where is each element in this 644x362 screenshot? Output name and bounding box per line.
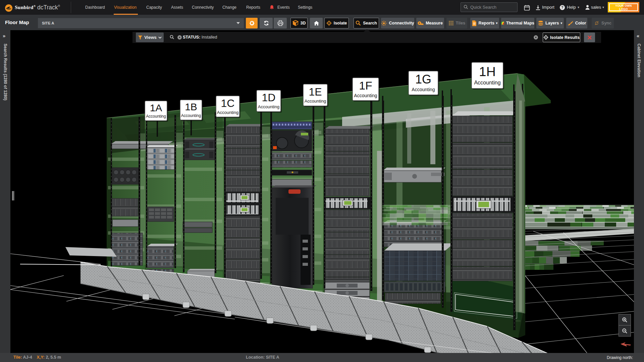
- svg-text:1H: 1H: [479, 64, 496, 79]
- svg-text:1B: 1B: [185, 101, 197, 112]
- svg-text:Accounting: Accounting: [258, 104, 279, 109]
- svg-text:1E: 1E: [309, 86, 322, 98]
- svg-text:Accounting: Accounting: [474, 80, 500, 85]
- svg-text:Accounting: Accounting: [146, 114, 166, 119]
- svg-text:1G: 1G: [415, 72, 431, 86]
- svg-text:1C: 1C: [221, 97, 235, 109]
- svg-text:1A: 1A: [150, 102, 162, 113]
- svg-text:Accounting: Accounting: [412, 87, 435, 92]
- svg-text:1F: 1F: [359, 79, 372, 92]
- svg-text:?: ?: [561, 5, 563, 9]
- svg-text:Accounting: Accounting: [217, 110, 238, 115]
- svg-text:Accounting: Accounting: [181, 113, 201, 118]
- svg-text:1D: 1D: [262, 92, 276, 104]
- svg-text:Accounting: Accounting: [305, 99, 326, 104]
- svg-text:Accounting: Accounting: [354, 93, 377, 98]
